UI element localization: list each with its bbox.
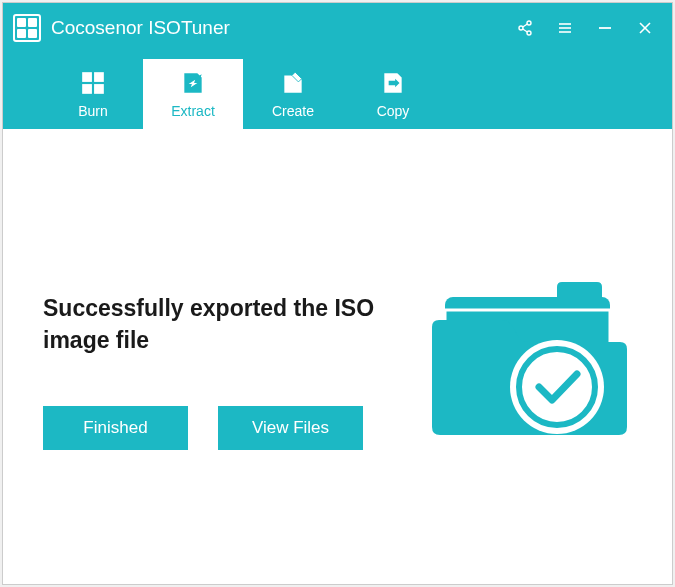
extract-icon [179, 69, 207, 97]
finished-button[interactable]: Finished [43, 406, 188, 450]
tabs: Burn Extract [3, 47, 672, 129]
svg-line-3 [523, 24, 528, 27]
titlebar: Cocosenor ISOTuner [3, 3, 672, 47]
tab-create[interactable]: Create [243, 59, 343, 129]
svg-point-0 [527, 21, 531, 25]
header: Cocosenor ISOTuner [3, 3, 672, 129]
create-icon [279, 69, 307, 97]
tab-create-label: Create [272, 103, 314, 119]
success-message: Successfully exported the ISO image file [43, 293, 397, 355]
svg-rect-13 [82, 84, 92, 94]
folder-check-icon [427, 272, 632, 442]
app-window: Cocosenor ISOTuner [2, 2, 673, 585]
svg-point-2 [527, 31, 531, 35]
svg-rect-14 [94, 84, 104, 94]
burn-icon [79, 69, 107, 97]
minimize-icon[interactable] [596, 19, 614, 37]
svg-rect-12 [94, 72, 104, 82]
content-left: Successfully exported the ISO image file… [43, 263, 397, 449]
share-icon[interactable] [516, 19, 534, 37]
svg-point-1 [519, 26, 523, 30]
svg-rect-11 [82, 72, 92, 82]
tab-extract-label: Extract [171, 103, 215, 119]
app-title: Cocosenor ISOTuner [51, 17, 516, 39]
svg-line-4 [523, 29, 528, 32]
tab-burn-label: Burn [78, 103, 108, 119]
content-area: Successfully exported the ISO image file… [3, 129, 672, 584]
tab-extract[interactable]: Extract [143, 59, 243, 129]
close-icon[interactable] [636, 19, 654, 37]
svg-point-16 [510, 340, 604, 434]
window-controls [516, 19, 662, 37]
copy-icon [379, 69, 407, 97]
tab-burn[interactable]: Burn [43, 59, 143, 129]
view-files-button[interactable]: View Files [218, 406, 363, 450]
action-buttons: Finished View Files [43, 406, 397, 450]
menu-icon[interactable] [556, 19, 574, 37]
tab-copy[interactable]: Copy [343, 59, 443, 129]
app-logo-icon [13, 14, 41, 42]
tab-copy-label: Copy [377, 103, 410, 119]
